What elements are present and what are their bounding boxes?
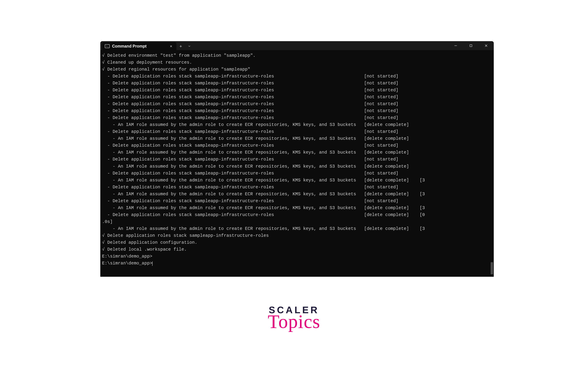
cursor <box>152 261 152 266</box>
terminal-line: - Delete application roles stack samplea… <box>102 108 492 114</box>
terminal-line: - An IAM role assumed by the admin role … <box>102 177 492 184</box>
new-tab-button[interactable]: + <box>176 42 185 50</box>
maximize-icon <box>469 44 473 47</box>
terminal-line: - An IAM role assumed by the admin role … <box>102 149 492 156</box>
tab-dropdown-button[interactable] <box>185 42 194 50</box>
terminal-line: √ Deleted regional resources for applica… <box>102 66 492 73</box>
terminal-line: - Delete application roles stack samplea… <box>102 80 492 87</box>
scrollbar-thumb[interactable] <box>491 262 493 274</box>
titlebar[interactable]: Command Prompt ✕ + <box>100 41 494 50</box>
terminal-line: √ Delete application roles stack samplea… <box>102 232 492 239</box>
terminal-line: - Delete application roles stack samplea… <box>102 211 492 218</box>
terminal-line: √ Deleted application configuration. <box>102 239 492 246</box>
minimize-button[interactable] <box>448 41 463 50</box>
terminal-line: - An IAM role assumed by the admin role … <box>102 191 492 198</box>
terminal-line: √ Cleaned up deployment resources. <box>102 59 492 66</box>
terminal-line: .0s] <box>102 218 492 225</box>
terminal-line: - Delete application roles stack samplea… <box>102 94 492 101</box>
cmd-icon <box>105 44 110 48</box>
terminal-line: - Delete application roles stack samplea… <box>102 198 492 205</box>
close-tab-icon[interactable]: ✕ <box>168 44 174 49</box>
terminal-line: - An IAM role assumed by the admin role … <box>102 135 492 142</box>
minimize-icon <box>454 44 458 47</box>
terminal-line: E:\simran\demo_app> <box>102 260 492 267</box>
terminal-line: - Delete application roles stack samplea… <box>102 87 492 94</box>
terminal-line: √ Deleted environment "test" from applic… <box>102 52 492 59</box>
terminal-line: - Delete application roles stack samplea… <box>102 73 492 80</box>
close-icon <box>484 44 488 47</box>
terminal-line: - Delete application roles stack samplea… <box>102 170 492 177</box>
svg-rect-1 <box>470 45 472 47</box>
terminal-line: - An IAM role assumed by the admin role … <box>102 225 492 232</box>
terminal-output[interactable]: √ Deleted environment "test" from applic… <box>100 50 494 277</box>
terminal-line: - An IAM role assumed by the admin role … <box>102 163 492 170</box>
terminal-line: - Delete application roles stack samplea… <box>102 184 492 191</box>
chevron-down-icon <box>188 45 191 48</box>
terminal-window: Command Prompt ✕ + √ Deleted environment… <box>100 41 494 277</box>
terminal-line: √ Deleted local .workspace file. <box>102 246 492 253</box>
terminal-line: - Delete application roles stack samplea… <box>102 142 492 149</box>
terminal-line: - Delete application roles stack samplea… <box>102 114 492 121</box>
terminal-line: - An IAM role assumed by the admin role … <box>102 205 492 211</box>
tab-command-prompt[interactable]: Command Prompt ✕ <box>102 42 176 50</box>
terminal-line: - Delete application roles stack samplea… <box>102 101 492 108</box>
watermark-topics: Topics <box>268 311 320 333</box>
maximize-button[interactable] <box>463 41 478 50</box>
terminal-line: - Delete application roles stack samplea… <box>102 156 492 163</box>
terminal-line: - Delete application roles stack samplea… <box>102 128 492 135</box>
close-window-button[interactable] <box>478 41 494 50</box>
watermark: SCALER Topics <box>268 304 320 333</box>
terminal-line: E:\simran\demo_app> <box>102 253 492 260</box>
scrollbar[interactable] <box>491 51 493 276</box>
terminal-line: - An IAM role assumed by the admin role … <box>102 121 492 128</box>
tab-title: Command Prompt <box>112 44 166 49</box>
